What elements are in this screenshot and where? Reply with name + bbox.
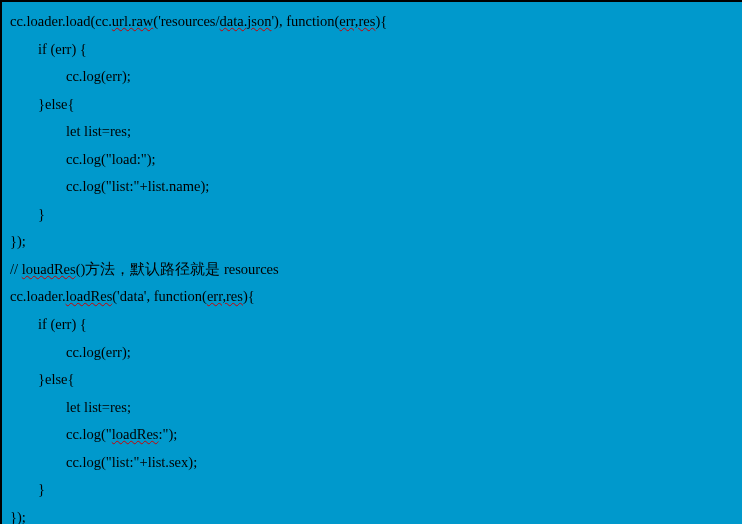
code-text: }else{	[38, 371, 74, 387]
spellcheck-squiggle: loadRes	[112, 426, 159, 442]
code-line: cc.log("list:"+list.sex);	[10, 449, 742, 477]
code-line: }else{	[10, 91, 742, 119]
code-line: }else{	[10, 366, 742, 394]
code-line: cc.loader.loadRes('data', function(err,r…	[10, 283, 742, 311]
code-text: :");	[159, 426, 178, 442]
code-line: cc.log("loadRes:");	[10, 421, 742, 449]
code-text: ){	[375, 13, 387, 29]
code-line: // louadRes()方法，默认路径就是 resources	[10, 256, 742, 284]
code-line: if (err) {	[10, 36, 742, 64]
spellcheck-squiggle: louadRes	[22, 261, 76, 277]
code-text: cc.log("load:");	[66, 151, 156, 167]
code-text: }	[38, 481, 45, 497]
code-line: });	[10, 504, 742, 524]
code-text: cc.log("list:"+list.sex);	[66, 454, 197, 470]
code-text: ){	[243, 288, 255, 304]
code-text: let list=res;	[66, 123, 131, 139]
code-text: cc.log("	[66, 426, 112, 442]
code-text: cc.log("list:"+list.name);	[66, 178, 209, 194]
code-text: '), function(	[272, 13, 340, 29]
code-text: cc.loader.	[10, 288, 66, 304]
code-line: });	[10, 228, 742, 256]
code-text: }else{	[38, 96, 74, 112]
code-text: });	[10, 233, 26, 249]
code-line: cc.log(err);	[10, 63, 742, 91]
code-text: let list=res;	[66, 399, 131, 415]
code-text: cc.log(err);	[66, 344, 131, 360]
code-text: ('resources/	[153, 13, 219, 29]
code-line: }	[10, 476, 742, 504]
code-line: if (err) {	[10, 311, 742, 339]
code-text: //	[10, 261, 22, 277]
code-text: }	[38, 206, 45, 222]
code-text: cc.log(err);	[66, 68, 131, 84]
code-text: ('data', function(	[112, 288, 207, 304]
code-block: cc.loader.load(cc.url.raw('resources/dat…	[0, 0, 742, 524]
code-line: cc.loader.load(cc.url.raw('resources/dat…	[10, 8, 742, 36]
code-line: cc.log(err);	[10, 339, 742, 367]
spellcheck-squiggle: data.json	[220, 13, 272, 29]
code-text: });	[10, 509, 26, 524]
code-text: if (err) {	[38, 41, 87, 57]
code-line: let list=res;	[10, 394, 742, 422]
code-line: }	[10, 201, 742, 229]
spellcheck-squiggle: err,res	[339, 13, 375, 29]
code-text: ()方法，默认路径就是 resources	[76, 261, 279, 277]
code-text: if (err) {	[38, 316, 87, 332]
spellcheck-squiggle: url.raw	[112, 13, 153, 29]
code-line: cc.log("load:");	[10, 146, 742, 174]
code-line: cc.log("list:"+list.name);	[10, 173, 742, 201]
spellcheck-squiggle: loadRes	[66, 288, 113, 304]
code-text: cc.loader.load(cc.	[10, 13, 112, 29]
spellcheck-squiggle: err,res	[207, 288, 243, 304]
code-line: let list=res;	[10, 118, 742, 146]
